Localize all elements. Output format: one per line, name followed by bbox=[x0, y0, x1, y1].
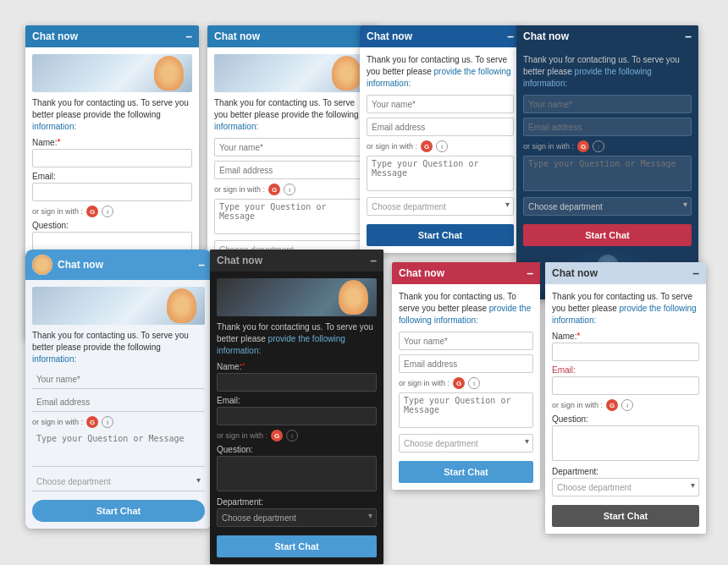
header-title-2: Chat now bbox=[214, 30, 260, 42]
minimize-button-8[interactable]: – bbox=[692, 267, 699, 279]
header-title-8: Chat now bbox=[552, 267, 598, 279]
name-input-1[interactable] bbox=[32, 149, 192, 167]
info-icon-5[interactable]: i bbox=[102, 416, 113, 428]
message-input-7[interactable] bbox=[399, 392, 533, 428]
message-input-5[interactable] bbox=[32, 431, 205, 467]
hero-image-5 bbox=[32, 287, 205, 325]
widget-header-8: Chat now – bbox=[545, 262, 706, 284]
google-signin-4[interactable]: G bbox=[577, 140, 589, 152]
intro-text-6: Thank you for contacting us. To serve yo… bbox=[217, 321, 377, 357]
chat-widget-3: Chat now – Thank you for contacting us. … bbox=[360, 25, 521, 253]
header-left-3: Chat now bbox=[367, 30, 412, 42]
intro-text-7: Thank you for contacting us. To serve yo… bbox=[399, 291, 533, 326]
google-signin-1[interactable]: G bbox=[86, 206, 98, 217]
question-label-8: Question: bbox=[552, 414, 699, 424]
minimize-button-1[interactable]: – bbox=[185, 30, 192, 42]
widget-header-1: Chat now – bbox=[25, 25, 199, 47]
signin-row-7: or sign in with : G i bbox=[399, 377, 533, 389]
google-signin-2[interactable]: G bbox=[268, 184, 280, 195]
email-input-3[interactable] bbox=[367, 118, 514, 136]
info-icon-1[interactable]: i bbox=[102, 206, 113, 217]
dept-field-row-5: Choose department bbox=[32, 473, 205, 491]
header-left-5: Chat now bbox=[32, 255, 103, 275]
google-signin-8[interactable]: G bbox=[606, 399, 618, 411]
dept-field-row-8: Department: Choose department bbox=[552, 467, 699, 496]
name-input-5[interactable] bbox=[32, 370, 205, 389]
name-input-6[interactable] bbox=[217, 373, 377, 392]
hero-image-2 bbox=[214, 54, 370, 92]
start-chat-button-8[interactable]: Start Chat bbox=[552, 505, 699, 527]
dept-select-3[interactable]: Choose department bbox=[367, 197, 514, 216]
dept-label-8: Department: bbox=[552, 467, 699, 476]
header-title-6: Chat now bbox=[217, 255, 262, 266]
header-left-2: Chat now bbox=[214, 30, 260, 42]
question-field-row-8: Question: bbox=[552, 414, 699, 463]
email-input-7[interactable] bbox=[399, 354, 533, 373]
minimize-button-7[interactable]: – bbox=[527, 267, 533, 279]
signin-row-2: or sign in with : G i bbox=[214, 184, 370, 195]
google-signin-5[interactable]: G bbox=[86, 416, 98, 428]
widget-header-6: Chat now – bbox=[210, 250, 383, 272]
email-input-2[interactable] bbox=[214, 161, 370, 179]
chat-widget-4: Chat now – Thank you for contacting us. … bbox=[516, 25, 698, 299]
dept-select-6[interactable]: Choose department bbox=[217, 508, 377, 527]
header-title-4: Chat now bbox=[523, 30, 569, 42]
name-label-8: Name:* bbox=[552, 332, 699, 341]
widget-header-5: Chat now – bbox=[25, 250, 212, 280]
email-input-1[interactable] bbox=[32, 183, 192, 201]
header-left-4: Chat now bbox=[523, 30, 569, 42]
intro-text-2: Thank you for contacting us. To serve yo… bbox=[214, 97, 370, 133]
name-input-7[interactable] bbox=[399, 332, 533, 350]
dept-field-row-7: Choose department bbox=[399, 434, 533, 453]
email-input-6[interactable] bbox=[217, 407, 377, 425]
start-chat-button-5[interactable]: Start Chat bbox=[32, 500, 205, 522]
chat-widget-6: Chat now – Thank you for contacting us. … bbox=[210, 250, 383, 564]
dept-select-4[interactable]: Choose department bbox=[523, 197, 692, 216]
name-field-row-3 bbox=[367, 95, 514, 113]
google-signin-7[interactable]: G bbox=[453, 377, 465, 389]
dept-select-wrapper-6: Choose department bbox=[217, 508, 377, 527]
message-input-3[interactable] bbox=[367, 156, 514, 191]
message-field-row-3 bbox=[367, 156, 514, 193]
dept-select-8[interactable]: Choose department bbox=[552, 478, 699, 496]
name-input-2[interactable] bbox=[214, 138, 370, 156]
widget-header-4: Chat now – bbox=[516, 25, 698, 47]
info-icon-2[interactable]: i bbox=[284, 184, 295, 195]
google-signin-6[interactable]: G bbox=[271, 430, 283, 442]
name-field-row-7 bbox=[399, 332, 533, 350]
intro-text-8: Thank you for contacting us. To serve yo… bbox=[552, 291, 699, 326]
info-icon-8[interactable]: i bbox=[621, 399, 633, 411]
name-input-8[interactable] bbox=[552, 343, 699, 361]
start-chat-button-4[interactable]: Start Chat bbox=[523, 224, 692, 246]
start-chat-button-7[interactable]: Start Chat bbox=[399, 461, 533, 483]
dept-select-5[interactable]: Choose department bbox=[32, 473, 205, 491]
minimize-button-6[interactable]: – bbox=[370, 255, 377, 266]
question-input-6[interactable] bbox=[217, 456, 377, 491]
name-field-row-8: Name:* bbox=[552, 332, 699, 361]
name-input-3[interactable] bbox=[367, 95, 514, 113]
email-input-4[interactable] bbox=[523, 118, 692, 136]
email-label-6: Email: bbox=[217, 396, 377, 405]
email-input-5[interactable] bbox=[32, 393, 205, 412]
email-field-row-6: Email: bbox=[217, 396, 377, 425]
name-input-4[interactable] bbox=[523, 95, 692, 113]
message-input-2[interactable] bbox=[214, 199, 370, 234]
hero-image-1 bbox=[32, 54, 192, 92]
minimize-button-4[interactable]: – bbox=[685, 30, 692, 42]
info-icon-7[interactable]: i bbox=[468, 377, 480, 389]
info-icon-4[interactable]: i bbox=[593, 140, 604, 152]
email-input-8[interactable] bbox=[552, 376, 699, 395]
info-icon-6[interactable]: i bbox=[286, 430, 298, 442]
info-icon-3[interactable]: i bbox=[436, 140, 448, 152]
signin-row-4: or sign in with : G i bbox=[523, 140, 692, 152]
start-chat-button-6[interactable]: Start Chat bbox=[217, 535, 377, 557]
name-field-row-4 bbox=[523, 95, 692, 113]
signin-row-3: or sign in with : G i bbox=[367, 140, 514, 152]
start-chat-button-3[interactable]: Start Chat bbox=[367, 224, 514, 246]
question-input-8[interactable] bbox=[552, 425, 699, 461]
minimize-button-5[interactable]: – bbox=[198, 259, 205, 271]
minimize-button-3[interactable]: – bbox=[507, 30, 514, 42]
message-input-4[interactable] bbox=[523, 156, 692, 191]
google-signin-3[interactable]: G bbox=[421, 140, 433, 152]
dept-select-7[interactable]: Choose department bbox=[399, 434, 533, 453]
